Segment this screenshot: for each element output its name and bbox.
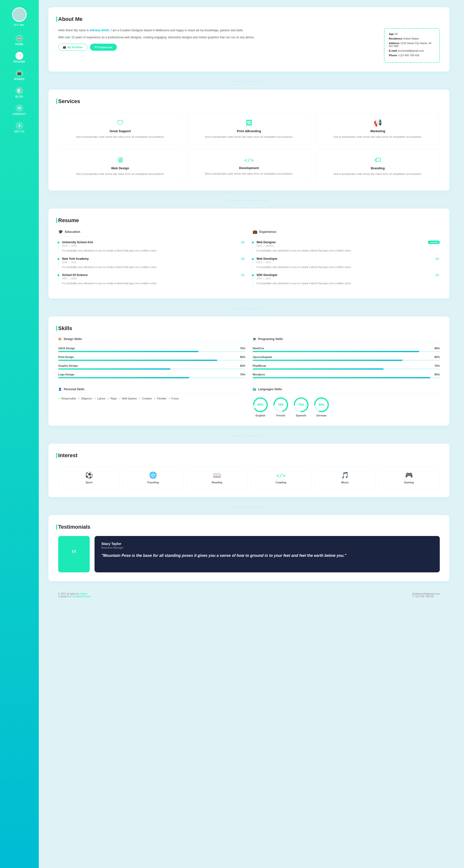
sidebar-item-blog-label: BLOG xyxy=(15,95,24,98)
lang-name-0: English xyxy=(256,414,265,417)
lang-name-1: Frensh xyxy=(276,414,285,417)
testimonial-role: Business Manager xyxy=(101,546,433,549)
exp-date-0: 2015 — present xyxy=(257,245,440,247)
design-skill-1: Print Design 85% xyxy=(58,355,245,361)
sidebar: it's me. 🏠 HOME 📄 RESUME 💼 WORKS 📝 BLOG … xyxy=(0,0,39,868)
sidebar-item-blog[interactable]: 📝 BLOG xyxy=(0,84,39,100)
interest-item-1[interactable]: 🌐 Traveling xyxy=(122,467,184,489)
footer-copy-link[interactable]: Framer xyxy=(80,592,88,595)
design-skill-label-2: Graphic Design 60% xyxy=(58,364,245,367)
interest-item-5[interactable]: 🎮 Gaming xyxy=(378,467,440,489)
prog-skill-1: Jquery/Angular 80% xyxy=(253,355,440,361)
personal-tag-6: ✓ Flexible xyxy=(154,397,166,400)
interest-icon-5: 🎮 xyxy=(405,471,413,479)
edu-header-2: School Of Science 1 xyxy=(62,273,245,277)
service-card-1: 🖼 Print &Branding Sed ut perspiciatis un… xyxy=(187,113,311,145)
wave-divider-3: 〜〜〜〜〜〜〜 xyxy=(48,306,450,312)
interest-item-3[interactable]: </> Coading xyxy=(250,467,312,489)
personal-skills-col: 👤 Personal Skills ✓ Responsible✓ Diligen… xyxy=(58,388,245,417)
info-address: Address 1234 Street City Name, Nr 567 89… xyxy=(389,42,435,48)
interest-item-4[interactable]: 🎵 Music xyxy=(314,467,376,489)
prog-skill-bar-bg-2 xyxy=(253,368,440,370)
sidebar-item-contact[interactable]: ✉ CONTACT xyxy=(0,102,39,118)
service-title-2: Marketing xyxy=(320,129,436,133)
personal-tag-4: ✓ Well Spoken xyxy=(119,397,137,400)
contact-button[interactable]: ✉ Contact me xyxy=(90,44,117,51)
quote-icon: " xyxy=(71,547,76,561)
education-col-title: 🎓 Education xyxy=(58,229,245,237)
avatar xyxy=(12,7,27,22)
service-icon-3: 🖥 xyxy=(62,156,178,164)
interest-item-0[interactable]: ⚽ Sport xyxy=(58,467,120,489)
skills-section: Skills 🎨 Design Skills UI/UX Design 75% … xyxy=(48,316,450,426)
testimonial-quote-box: " xyxy=(58,536,90,572)
design-skill-bar-bg-1 xyxy=(58,360,245,361)
education-items: University School Arts 4 2010 — 2014 It … xyxy=(58,241,245,285)
exp-header-1: Web Developer 2 xyxy=(257,257,440,260)
edu-date-1: 2008 — 2012 xyxy=(62,261,245,264)
interest-icon-2: 📖 xyxy=(213,471,221,479)
sidebar-item-getcv[interactable]: ⬇ GET CV xyxy=(0,119,39,135)
portfolio-button[interactable]: 💼 My Portfolio xyxy=(58,44,88,51)
service-icon-5: 🏷 xyxy=(320,156,436,164)
testimonial-card: " Stacy Taylor Business Manager "Mountai… xyxy=(58,536,440,572)
main-content: About Me Hello there! My name is Adriana… xyxy=(39,0,464,868)
info-email: E-mail youremail@gmail.com xyxy=(389,49,435,52)
personal-tag-1: ✓ Diligence xyxy=(78,397,92,400)
lang-circle-svg-3: 80% xyxy=(314,397,329,412)
home-icon: 🏠 xyxy=(15,34,23,42)
prog-skill-bar-bg-0 xyxy=(253,351,440,352)
prog-skill-0: Html/Css 89% xyxy=(253,347,440,352)
prog-skill-3: Wordpres 95% xyxy=(253,373,440,378)
wave-divider-2: 〜〜〜〜〜〜〜 xyxy=(48,198,450,204)
design-skill-3: Logo Design 70% xyxy=(58,373,245,378)
interest-label-2: Reading xyxy=(212,481,222,484)
sidebar-item-works[interactable]: 💼 WORKS xyxy=(0,67,39,83)
interest-grid: ⚽ Sport 🌐 Traveling 📖 Reading </> Coadin… xyxy=(58,467,440,489)
interest-item-2[interactable]: 📖 Reading xyxy=(186,467,248,489)
sidebar-item-home[interactable]: 🏠 HOME xyxy=(0,32,39,48)
design-skill-label-1: Print Design 85% xyxy=(58,355,245,359)
testimonial-quote: "Mountain Pose is the base for all stand… xyxy=(101,553,433,559)
design-skill-2: Graphic Design 60% xyxy=(58,364,245,370)
services-grid: 🛡 Great Support Sed ut perspiciatis unde… xyxy=(58,113,440,182)
design-skill-bar-bg-3 xyxy=(58,377,245,378)
design-skill-bar-fill-3 xyxy=(58,377,189,378)
resume-icon: 📄 xyxy=(15,52,23,60)
edu-desc-0: It is probably very attractive to you to… xyxy=(62,249,245,253)
prog-skill-label-1: Jquery/Angular 80% xyxy=(253,355,440,359)
personal-tag-3: ✓ Rigor xyxy=(107,397,117,400)
footer-product-link[interactable]: VisualizeThemes xyxy=(72,595,90,598)
skills-bottom-row: 👤 Personal Skills ✓ Responsible✓ Diligen… xyxy=(58,388,440,417)
wave-divider-5: 〜〜〜〜〜〜〜 xyxy=(48,504,450,510)
design-skills-col: 🎨 Design Skills UI/UX Design 75% Print D… xyxy=(58,337,245,382)
footer-left: © 2022 all rights by Framer A product of… xyxy=(58,592,90,598)
education-item-2: School Of Science 1 2007 — 2009 It is pr… xyxy=(58,273,245,285)
interest-icon-1: 🌐 xyxy=(149,471,157,479)
programming-icon: 💻 xyxy=(253,337,256,341)
testimonials-title: Testimonials xyxy=(58,524,91,530)
design-skill-bar-bg-0 xyxy=(58,351,245,352)
experience-item-0: Web Designer Current 2015 — present It i… xyxy=(253,241,440,253)
service-icon-2: 📢 xyxy=(320,119,436,127)
personal-icon: 👤 xyxy=(58,388,62,391)
edu-badge-1: 3 xyxy=(240,257,245,260)
design-skill-label-3: Logo Design 70% xyxy=(58,373,245,376)
about-name: Adriana Smith xyxy=(90,29,109,32)
footer-right: Eadriansmith@gmail.com T +123 456 789 45… xyxy=(412,592,440,598)
languages-icon: 🌍 xyxy=(253,388,256,391)
prog-skill-bar-fill-1 xyxy=(253,360,402,361)
interest-label-5: Gaming xyxy=(404,481,414,484)
mail-icon: ✉ xyxy=(95,45,97,49)
sidebar-item-resume[interactable]: 📄 RESUME xyxy=(0,50,39,65)
design-skill-bar-bg-2 xyxy=(58,368,245,370)
edu-title-0: University School Arts xyxy=(62,241,93,244)
education-col: 🎓 Education University School Arts 4 201… xyxy=(58,229,245,290)
lang-pct-1: 70% xyxy=(278,403,284,406)
about-intro: Hello there! My name is Adriana Smith. I… xyxy=(58,28,377,33)
design-skills-title: 🎨 Design Skills xyxy=(58,337,245,343)
service-icon-1: 🖼 xyxy=(191,119,307,127)
exp-header-0: Web Designer Current xyxy=(257,241,440,244)
programming-skills-col: 💻 Programing Skills Html/Css 89% Jquery/… xyxy=(253,337,440,382)
edu-badge-0: 4 xyxy=(240,241,245,244)
